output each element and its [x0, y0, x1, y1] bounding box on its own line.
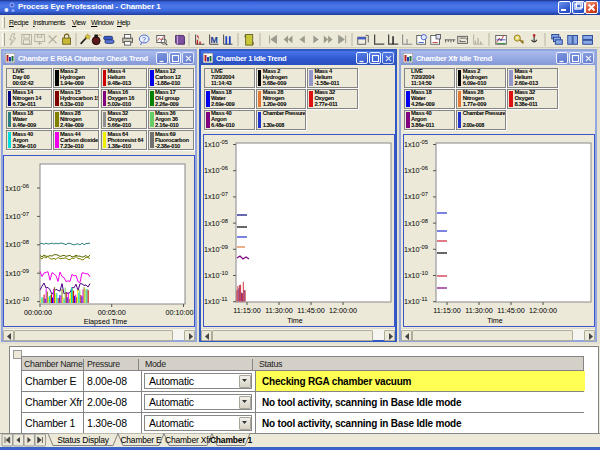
svg-text:Chamber 1: Chamber 1: [210, 435, 253, 445]
svg-text:Chamber Xfr: Chamber Xfr: [165, 435, 211, 445]
svg-text:1x10: 1x10: [204, 219, 220, 228]
svg-text:-08: -08: [420, 218, 428, 224]
svg-text:1x10: 1x10: [404, 271, 420, 280]
svg-text:11:45:00: 11:45:00: [497, 306, 524, 315]
svg-text:1x10: 1x10: [404, 219, 420, 228]
svg-text:1x10: 1x10: [5, 269, 21, 278]
svg-text:Status Display: Status Display: [57, 435, 109, 445]
svg-text:-10: -10: [220, 270, 228, 276]
svg-text:1x10: 1x10: [204, 297, 220, 306]
svg-text:11:30:00: 11:30:00: [465, 306, 492, 315]
svg-text:1x10: 1x10: [404, 297, 420, 306]
svg-text:1x10: 1x10: [5, 240, 21, 249]
svg-text:1x10: 1x10: [204, 140, 220, 149]
svg-text:1x10: 1x10: [204, 245, 220, 254]
svg-text:-11: -11: [220, 296, 228, 302]
svg-text:-07: -07: [220, 191, 228, 197]
svg-text:-09: -09: [21, 268, 29, 274]
svg-text:Elapsed Time: Elapsed Time: [84, 317, 128, 326]
svg-text:1x10: 1x10: [404, 166, 420, 175]
svg-text:11:15:00: 11:15:00: [433, 306, 460, 315]
svg-text:00:00:00: 00:00:00: [24, 308, 52, 317]
svg-text:-08: -08: [21, 239, 29, 245]
svg-text:11:15:00: 11:15:00: [233, 306, 260, 315]
svg-text:1x10: 1x10: [404, 245, 420, 254]
svg-text:-06: -06: [220, 165, 228, 171]
svg-text:-08: -08: [220, 218, 228, 224]
svg-text:-10: -10: [420, 270, 428, 276]
svg-text:M: M: [211, 35, 218, 45]
svg-text:11:45:00: 11:45:00: [297, 306, 324, 315]
svg-text:11:30:00: 11:30:00: [265, 306, 292, 315]
svg-text:-07: -07: [420, 191, 428, 197]
svg-text:-11: -11: [420, 296, 428, 302]
svg-text:1x10: 1x10: [5, 212, 21, 221]
svg-text:Time: Time: [487, 316, 503, 325]
svg-text:12:00:00: 12:00:00: [529, 306, 557, 315]
svg-text:-05: -05: [420, 139, 428, 145]
svg-text:Time: Time: [287, 316, 303, 325]
svg-text:1x10: 1x10: [404, 140, 420, 149]
svg-text:1x10: 1x10: [204, 271, 220, 280]
svg-text:1x10: 1x10: [404, 192, 420, 201]
svg-text:1x10: 1x10: [204, 166, 220, 175]
svg-text:-09: -09: [220, 244, 228, 250]
svg-text:-06: -06: [21, 183, 29, 189]
svg-text:?: ?: [142, 36, 146, 43]
svg-text:00:10:00: 00:10:00: [166, 308, 194, 317]
svg-text:1x10: 1x10: [5, 297, 21, 306]
svg-text:-10: -10: [21, 296, 29, 302]
svg-text:-07: -07: [21, 211, 29, 217]
svg-text:-05: -05: [220, 139, 228, 145]
svg-text:-06: -06: [420, 165, 428, 171]
svg-text:1x10: 1x10: [204, 192, 220, 201]
svg-text:12:00:00: 12:00:00: [329, 306, 357, 315]
svg-text:1x10: 1x10: [5, 184, 21, 193]
svg-text:-09: -09: [420, 244, 428, 250]
svg-text:Chamber E: Chamber E: [120, 435, 162, 445]
